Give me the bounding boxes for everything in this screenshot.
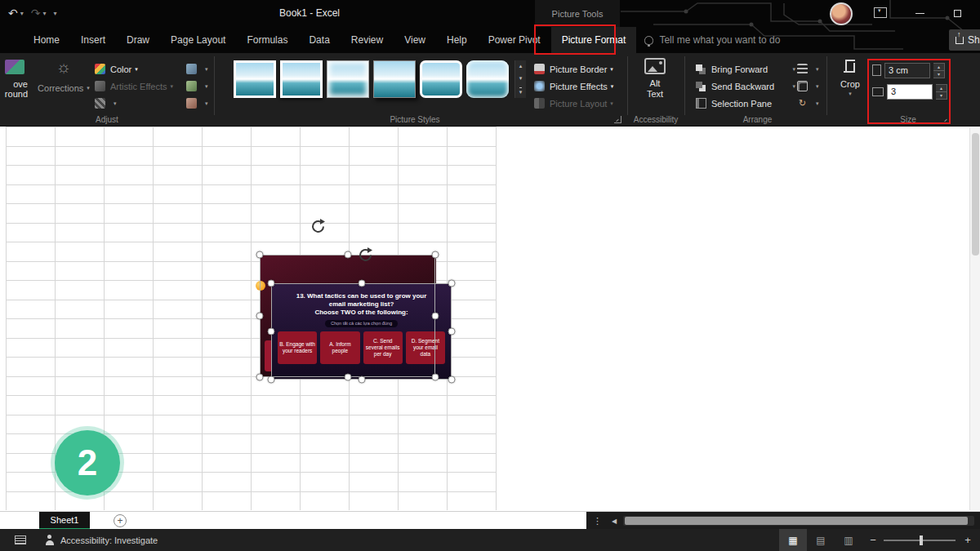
zoom-slider[interactable] [884,540,956,541]
shape-width-input[interactable] [887,84,933,100]
rotate-handle-icon[interactable] [358,247,374,264]
accessibility-status-text[interactable]: Accessibility: Investigate [60,535,158,545]
picture-style-6[interactable] [466,60,509,98]
selection-handle[interactable] [345,374,352,381]
tell-me-box[interactable]: Tell me what you want to do [644,27,780,53]
restore-button[interactable] [939,0,975,27]
view-page-layout-button[interactable]: ▤ [807,529,835,551]
size-dialog-launcher[interactable] [942,116,950,123]
tab-home[interactable]: Home [23,27,70,53]
horizontal-scrollbar[interactable] [623,516,974,526]
artistic-effects-button[interactable]: Artistic Effects [95,78,173,95]
tab-formulas[interactable]: Formulas [236,27,298,53]
horizontal-scrollbar-thumb[interactable] [625,517,968,525]
minimize-button[interactable] [902,0,938,27]
picture-style-2[interactable] [280,60,323,98]
change-picture-button[interactable] [186,78,208,95]
selection-handle[interactable] [268,328,275,335]
shape-height-spinner[interactable]: ▴▾ [933,63,945,78]
selection-handle[interactable] [256,313,264,320]
picture-style-5[interactable] [420,60,462,98]
remove-background-button[interactable]: ove round [0,58,28,112]
new-sheet-button[interactable]: + [114,514,127,527]
tab-data[interactable]: Data [298,27,340,53]
undo-icon[interactable]: ↶ [8,6,18,20]
align-button[interactable] [797,60,819,78]
vertical-scrollbar[interactable] [969,128,980,510]
tab-help[interactable]: Help [436,27,478,53]
qat-customize-icon[interactable]: ▾ [54,10,57,17]
scroll-left-icon[interactable]: ◀ [612,518,617,525]
accessibility-icon[interactable] [44,535,55,545]
worksheet-grid[interactable] [0,127,980,511]
tabrow-spacer [0,27,23,53]
bring-forward-caret [789,64,795,74]
compress-pictures-button[interactable] [186,60,208,78]
selection-handle[interactable] [256,251,264,259]
quiz-picture-front[interactable]: 13. What tactics can be used to grow you… [271,283,452,380]
share-button[interactable]: Share [949,29,980,51]
redo-icon[interactable]: ↷ [31,6,41,20]
color-button[interactable]: Color [95,60,173,78]
tab-draw[interactable]: Draw [116,27,160,53]
tab-picture-format[interactable]: Picture Format [551,27,637,53]
selection-handle[interactable] [448,376,456,384]
tell-me-text: Tell me what you want to do [659,34,780,46]
zoom-slider-thumb[interactable] [920,535,923,545]
tab-view[interactable]: View [394,27,436,53]
selection-handle[interactable] [268,280,275,287]
ribbon-display-options-icon[interactable] [874,7,887,18]
picture-layout-button[interactable]: Picture Layout [534,95,613,112]
tab-power-pivot[interactable]: Power Pivot [478,27,551,53]
selection-handle[interactable] [448,280,456,287]
picture-effects-button[interactable]: Picture Effects [534,78,613,95]
view-page-break-button[interactable]: ▥ [835,529,862,551]
picture-style-4[interactable] [373,60,416,98]
shape-height-input[interactable] [884,63,930,78]
send-backward-button[interactable]: Send Backward [696,78,795,95]
tab-review[interactable]: Review [341,27,394,53]
crop-button[interactable]: Crop ▾ [831,57,869,113]
user-avatar[interactable] [830,2,853,25]
zoom-out-button[interactable]: − [862,534,884,546]
selection-pane-icon [696,98,706,109]
rotate-handle-icon[interactable] [310,219,327,235]
view-normal-button[interactable]: ▦ [779,529,807,551]
picture-border-button[interactable]: Picture Border [534,60,613,78]
picture-style-3[interactable] [327,60,369,98]
undo-dropdown-icon[interactable]: ▾ [20,10,24,17]
selection-handle[interactable] [432,251,439,259]
picture-styles-dialog-launcher[interactable] [614,116,621,123]
selection-handle[interactable] [359,376,366,384]
group-separator [684,56,685,115]
alt-text-button[interactable]: Alt Text [637,57,673,111]
picture-style-1[interactable] [234,60,276,98]
tab-page-layout[interactable]: Page Layout [160,27,236,53]
share-label: Share [968,34,980,46]
transparency-button[interactable] [95,95,173,112]
zoom-in-button[interactable]: + [956,534,980,546]
selection-handle[interactable] [448,328,456,335]
tab-insert[interactable]: Insert [70,27,116,53]
selection-handle[interactable] [432,313,439,320]
selection-pane-button[interactable]: Selection Pane [696,95,795,112]
corrections-button[interactable]: ☼ Corrections [34,58,93,112]
picture-styles-more-button[interactable]: ▴ ▾ ▾ [514,60,526,98]
reset-picture-button[interactable] [186,95,208,112]
vertical-scrollbar-thumb[interactable] [972,133,979,256]
sheet-tab-sheet1[interactable]: Sheet1 [39,512,90,530]
picture-border-icon [534,64,545,74]
bring-forward-button[interactable]: Bring Forward [696,60,795,78]
rotate-button[interactable]: ↻ [797,95,819,112]
redo-dropdown-icon[interactable]: ▾ [42,10,46,17]
selection-handle[interactable] [345,251,352,259]
shape-width-spinner[interactable]: ▴▾ [936,84,947,100]
selection-handle[interactable] [268,376,275,384]
sheet-options-icon[interactable]: ⋮ [593,516,602,527]
selection-handle[interactable] [359,280,366,287]
keyboard-status-icon[interactable] [15,535,26,544]
group-objects-button[interactable] [797,78,819,95]
selection-handle[interactable] [256,374,264,381]
change-picture-icon [186,81,197,91]
selection-handle[interactable] [432,374,439,381]
